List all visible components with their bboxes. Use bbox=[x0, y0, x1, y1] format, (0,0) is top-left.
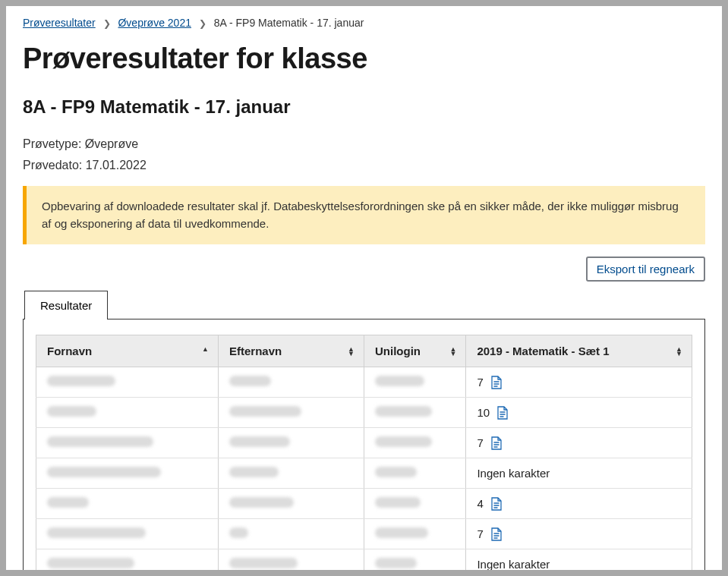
redacted-cell bbox=[219, 428, 364, 458]
redacted-cell bbox=[36, 489, 219, 519]
redacted-text bbox=[375, 527, 428, 538]
table-row: 7 bbox=[36, 367, 692, 398]
export-button[interactable]: Eksport til regneark bbox=[586, 257, 705, 282]
table-row: 10 bbox=[36, 398, 692, 428]
redacted-cell bbox=[36, 398, 219, 428]
redacted-text bbox=[375, 467, 417, 477]
col-label: Fornavn bbox=[47, 345, 92, 357]
col-label: Unilogin bbox=[375, 345, 421, 357]
table-row: 7 bbox=[36, 519, 692, 549]
redacted-text bbox=[375, 558, 417, 568]
redacted-cell bbox=[364, 367, 466, 398]
breadcrumb-link-1[interactable]: Prøveresultater bbox=[23, 17, 96, 29]
redacted-cell bbox=[364, 428, 466, 458]
redacted-cell bbox=[219, 489, 364, 519]
score-value: 4 bbox=[477, 497, 483, 510]
redacted-text bbox=[47, 376, 115, 386]
score-value: Ingen karakter bbox=[477, 558, 550, 570]
sort-icon: ▲▼ bbox=[449, 347, 456, 356]
redacted-cell bbox=[36, 458, 219, 489]
redacted-cell bbox=[364, 398, 466, 428]
score-value: 7 bbox=[477, 376, 483, 389]
warning-banner: Opbevaring af downloadede resultater ska… bbox=[23, 186, 705, 244]
action-bar: Eksport til regneark bbox=[23, 257, 705, 282]
breadcrumb-link-2[interactable]: Øveprøve 2021 bbox=[118, 17, 191, 29]
redacted-cell bbox=[36, 549, 219, 571]
redacted-cell bbox=[364, 458, 466, 489]
meta-date: Prøvedato: 17.01.2022 bbox=[23, 159, 705, 172]
score-value: 10 bbox=[477, 406, 490, 419]
redacted-text bbox=[229, 558, 298, 568]
sort-icon: ▲▼ bbox=[676, 347, 682, 356]
document-icon[interactable] bbox=[491, 436, 502, 450]
table-row: Ingen karakter bbox=[36, 458, 692, 489]
score-cell: 7 bbox=[466, 428, 692, 458]
redacted-cell bbox=[219, 549, 364, 571]
score-value: Ingen karakter bbox=[477, 467, 550, 480]
redacted-cell bbox=[36, 367, 219, 398]
score-value: 7 bbox=[477, 436, 483, 449]
document-icon[interactable] bbox=[491, 497, 502, 511]
score-cell: 10 bbox=[466, 398, 692, 428]
redacted-text bbox=[47, 497, 89, 508]
col-header-unilogin[interactable]: Unilogin ▲▼ bbox=[364, 335, 466, 367]
redacted-text bbox=[229, 436, 290, 447]
tab-resultater[interactable]: Resultater bbox=[24, 291, 108, 319]
page-container: Prøveresultater ❯ Øveprøve 2021 ❯ 8A - F… bbox=[6, 6, 722, 570]
results-table-container: Fornavn ▲▼ Efternavn ▲▼ Unilogin bbox=[23, 319, 705, 570]
chevron-right-icon: ❯ bbox=[103, 18, 111, 29]
redacted-cell bbox=[364, 519, 466, 549]
redacted-cell bbox=[219, 367, 364, 398]
redacted-text bbox=[375, 406, 432, 417]
score-cell: Ingen karakter bbox=[466, 549, 692, 571]
sort-icon: ▲▼ bbox=[348, 347, 355, 356]
col-header-fornavn[interactable]: Fornavn ▲▼ bbox=[36, 335, 219, 367]
redacted-text bbox=[229, 467, 279, 477]
document-icon[interactable] bbox=[491, 376, 502, 389]
redacted-text bbox=[375, 497, 421, 508]
redacted-text bbox=[47, 527, 146, 538]
redacted-cell bbox=[219, 398, 364, 428]
results-table: Fornavn ▲▼ Efternavn ▲▼ Unilogin bbox=[36, 335, 692, 570]
breadcrumb: Prøveresultater ❯ Øveprøve 2021 ❯ 8A - F… bbox=[23, 17, 705, 29]
redacted-text bbox=[47, 558, 134, 568]
redacted-cell bbox=[364, 489, 466, 519]
score-cell: 7 bbox=[466, 519, 692, 549]
tab-bar: Resultater bbox=[24, 291, 705, 319]
redacted-text bbox=[229, 376, 271, 386]
meta-type: Prøvetype: Øveprøve bbox=[23, 137, 705, 151]
redacted-cell bbox=[36, 519, 219, 549]
redacted-text bbox=[47, 406, 96, 417]
chevron-right-icon: ❯ bbox=[199, 18, 206, 29]
score-cell: 7 bbox=[466, 367, 692, 398]
document-icon[interactable] bbox=[491, 527, 502, 541]
redacted-text bbox=[229, 406, 301, 417]
redacted-cell bbox=[364, 549, 466, 571]
redacted-text bbox=[47, 467, 161, 477]
table-row: Ingen karakter bbox=[36, 549, 692, 571]
redacted-cell bbox=[219, 458, 364, 489]
redacted-text bbox=[229, 527, 248, 538]
subheading: 8A - FP9 Matematik - 17. januar bbox=[23, 96, 705, 118]
table-row: 4 bbox=[36, 489, 692, 519]
document-icon[interactable] bbox=[497, 406, 508, 420]
col-header-efternavn[interactable]: Efternavn ▲▼ bbox=[219, 335, 364, 367]
table-row: 7 bbox=[36, 428, 692, 458]
redacted-cell bbox=[36, 428, 219, 458]
redacted-cell bbox=[219, 519, 364, 549]
col-label: 2019 - Matematik - Sæt 1 bbox=[477, 345, 609, 357]
sort-icon: ▲▼ bbox=[202, 347, 209, 356]
score-value: 7 bbox=[477, 527, 483, 540]
redacted-text bbox=[229, 497, 294, 508]
redacted-text bbox=[375, 436, 432, 447]
page-title: Prøveresultater for klasse bbox=[23, 42, 705, 75]
col-label: Efternavn bbox=[229, 345, 282, 357]
score-cell: Ingen karakter bbox=[466, 458, 692, 489]
redacted-text bbox=[47, 436, 153, 447]
breadcrumb-current: 8A - FP9 Matematik - 17. januar bbox=[214, 17, 364, 29]
redacted-text bbox=[375, 376, 424, 386]
col-header-score[interactable]: 2019 - Matematik - Sæt 1 ▲▼ bbox=[466, 335, 692, 367]
score-cell: 4 bbox=[466, 489, 692, 519]
